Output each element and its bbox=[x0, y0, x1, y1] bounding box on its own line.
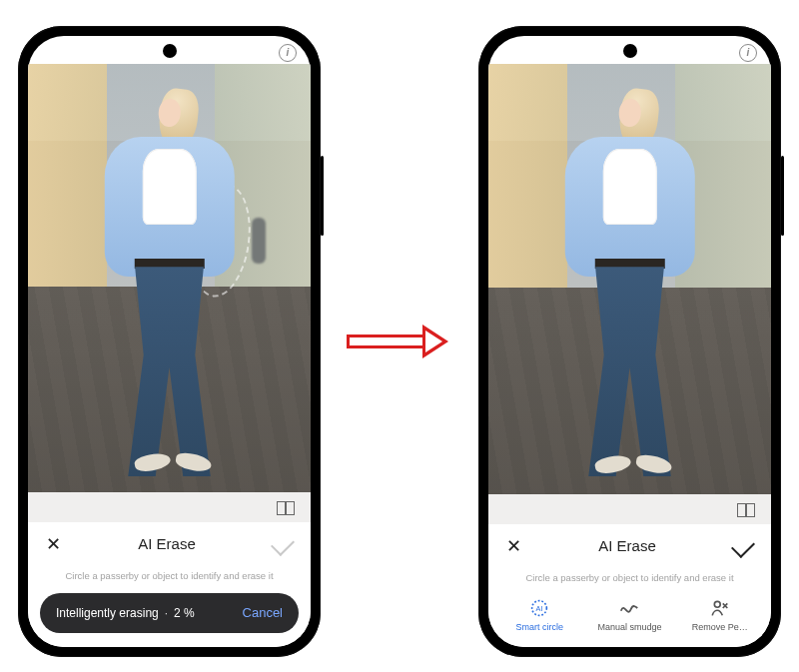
compare-icon[interactable] bbox=[737, 501, 755, 517]
passerby-2 bbox=[252, 218, 266, 264]
comparison-figure: i bbox=[0, 0, 799, 672]
phone-after: i bbox=[478, 26, 781, 657]
hint-text: Circle a passerby or object to identify … bbox=[28, 566, 311, 589]
remove-person-icon bbox=[709, 597, 731, 619]
arrow-icon bbox=[345, 327, 454, 356]
title-row: ✕ AI Erase bbox=[28, 522, 311, 566]
page-title: AI Erase bbox=[138, 535, 196, 552]
tool-label: Manual smudge bbox=[597, 623, 661, 633]
tool-label: Smart circle bbox=[515, 623, 563, 633]
tool-row: AI Smart circle Manual smudge bbox=[488, 591, 771, 647]
photo-canvas[interactable] bbox=[488, 64, 771, 494]
confirm-button[interactable] bbox=[731, 534, 755, 558]
info-icon[interactable]: i bbox=[739, 44, 757, 62]
info-icon[interactable]: i bbox=[279, 44, 297, 62]
screen-after: i bbox=[488, 36, 771, 647]
close-button[interactable]: ✕ bbox=[46, 533, 61, 555]
subject-person bbox=[90, 89, 248, 474]
page-title: AI Erase bbox=[598, 537, 656, 554]
tool-label: Remove Pe… bbox=[692, 623, 748, 633]
svg-point-2 bbox=[714, 601, 720, 607]
progress-value: 2 % bbox=[174, 606, 195, 620]
cancel-button[interactable]: Cancel bbox=[243, 605, 283, 620]
photo-canvas[interactable] bbox=[28, 64, 311, 492]
camera-hole bbox=[163, 44, 177, 58]
camera-hole bbox=[623, 44, 637, 58]
compare-bar bbox=[28, 492, 311, 522]
progress-separator: · bbox=[165, 606, 168, 620]
screen-before: i bbox=[28, 36, 311, 647]
manual-smudge-icon bbox=[618, 597, 640, 619]
smart-circle-icon: AI bbox=[528, 597, 550, 619]
close-button[interactable]: ✕ bbox=[506, 535, 521, 557]
phone-before: i bbox=[18, 26, 321, 657]
tool-remove-person[interactable]: Remove Pe… bbox=[682, 597, 758, 633]
layout-row: i bbox=[0, 10, 799, 672]
tool-smart-circle[interactable]: AI Smart circle bbox=[501, 597, 577, 633]
confirm-button-disabled bbox=[271, 531, 295, 555]
tool-manual-smudge[interactable]: Manual smudge bbox=[591, 597, 667, 633]
progress-label: Intelligently erasing bbox=[56, 606, 159, 620]
title-row: ✕ AI Erase bbox=[488, 524, 771, 568]
arrow bbox=[340, 327, 459, 356]
compare-bar bbox=[488, 494, 771, 524]
hint-text: Circle a passerby or object to identify … bbox=[488, 568, 771, 591]
svg-text:AI: AI bbox=[536, 603, 543, 612]
subject-person bbox=[550, 89, 708, 476]
progress-pill: Intelligently erasing · 2 % Cancel bbox=[40, 593, 299, 633]
progress-area: Intelligently erasing · 2 % Cancel bbox=[28, 589, 311, 647]
compare-icon[interactable] bbox=[277, 499, 295, 515]
